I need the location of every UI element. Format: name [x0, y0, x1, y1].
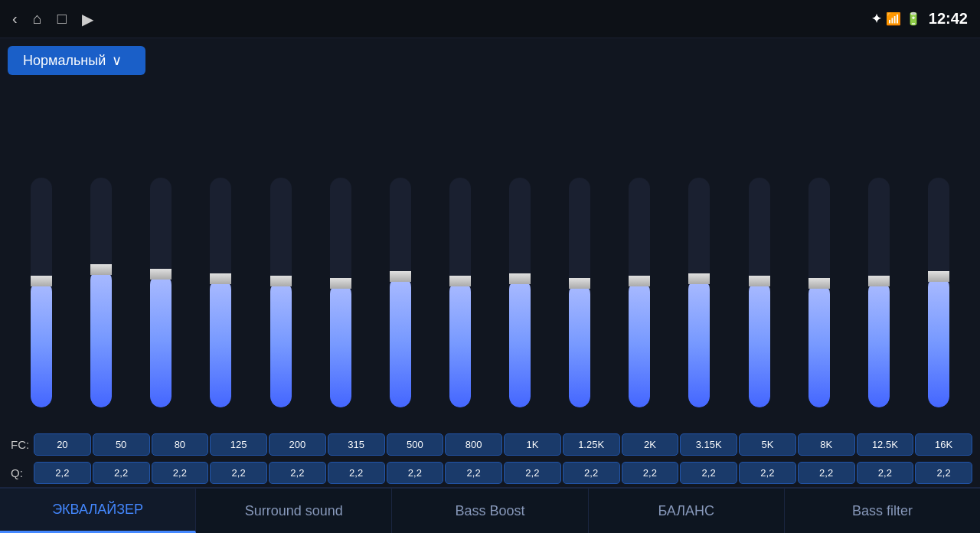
preset-dropdown-arrow: ∨ — [112, 52, 122, 69]
slider-thumb-3.15K[interactable] — [688, 273, 710, 284]
slider-band-200[interactable] — [251, 178, 311, 430]
slider-thumb-200[interactable] — [270, 276, 292, 286]
fc-btn-12.5K[interactable]: 12.5K — [857, 433, 914, 456]
tab-surround-sound[interactable]: Surround sound — [196, 489, 392, 533]
slider-band-16K[interactable] — [909, 178, 969, 430]
fc-btn-125[interactable]: 125 — [210, 433, 267, 456]
status-bar: ‹ ⌂ □ ▶ ✦ 📶 🔋 12:42 — [0, 0, 980, 38]
q-btn-3.15K[interactable]: 2,2 — [680, 462, 737, 484]
q-btn-500[interactable]: 2,2 — [387, 462, 444, 484]
slider-band-1.25K[interactable] — [550, 178, 609, 430]
slider-track-16K — [928, 178, 949, 407]
preset-label: Нормальный — [23, 53, 106, 69]
slider-thumb-80[interactable] — [150, 269, 172, 280]
q-row: Q: 2,22,22,22,22,22,22,22,22,22,22,22,22… — [8, 459, 972, 487]
tab-bass-filter[interactable]: Bass filter — [785, 489, 980, 533]
fc-btn-5K[interactable]: 5K — [739, 433, 796, 456]
bottom-tabs: ЭКВАЛАЙЗЕРSurround soundBass BoostБАЛАНС… — [0, 487, 980, 533]
slider-track-1.25K — [569, 178, 590, 407]
slider-thumb-1.25K[interactable] — [569, 278, 590, 289]
q-btn-50[interactable]: 2,2 — [93, 462, 150, 484]
q-btn-125[interactable]: 2,2 — [210, 462, 267, 484]
slider-band-1K[interactable] — [490, 178, 550, 430]
fc-btn-80[interactable]: 80 — [152, 433, 209, 456]
fc-btn-1K[interactable]: 1K — [504, 433, 561, 456]
q-btn-200[interactable]: 2,2 — [269, 462, 326, 484]
q-btn-800[interactable]: 2,2 — [445, 462, 502, 484]
play-icon[interactable]: ▶ — [82, 10, 93, 28]
fc-btn-50[interactable]: 50 — [93, 433, 150, 456]
q-btn-315[interactable]: 2,2 — [328, 462, 385, 484]
slider-thumb-12.5K[interactable] — [868, 276, 890, 286]
slider-band-800[interactable] — [430, 178, 490, 430]
q-btn-16K[interactable]: 2,2 — [915, 462, 972, 484]
clock: 12:42 — [929, 10, 968, 28]
slider-track-80 — [150, 178, 172, 407]
main-content: Нормальный ∨ — [0, 38, 980, 487]
slider-band-5K[interactable] — [730, 178, 789, 430]
tab-эквалайзер[interactable]: ЭКВАЛАЙЗЕР — [0, 489, 196, 533]
fc-btn-200[interactable]: 200 — [269, 433, 326, 456]
slider-track-3.15K — [688, 178, 710, 407]
slider-thumb-50[interactable] — [90, 264, 112, 275]
slider-track-500 — [390, 178, 411, 407]
slider-thumb-125[interactable] — [210, 273, 231, 284]
slider-band-20[interactable] — [11, 178, 71, 430]
fc-btn-16K[interactable]: 16K — [915, 433, 972, 456]
back-icon[interactable]: ‹ — [12, 10, 18, 28]
fc-btn-500[interactable]: 500 — [387, 433, 444, 456]
slider-band-3.15K[interactable] — [669, 178, 729, 430]
fc-btn-8K[interactable]: 8K — [798, 433, 855, 456]
slider-band-80[interactable] — [131, 178, 191, 430]
q-btn-1K[interactable]: 2,2 — [504, 462, 561, 484]
slider-thumb-1K[interactable] — [509, 273, 531, 284]
nav-icons: ‹ ⌂ □ ▶ — [12, 10, 93, 28]
slider-band-50[interactable] — [71, 178, 131, 430]
slider-band-500[interactable] — [371, 178, 430, 430]
slider-fill-8K — [808, 283, 830, 407]
status-icons: ✦ 📶 🔋 — [871, 11, 921, 26]
q-btn-2K[interactable]: 2,2 — [622, 462, 679, 484]
slider-fill-1.25K — [569, 283, 590, 407]
preset-button[interactable]: Нормальный ∨ — [8, 46, 145, 75]
slider-thumb-315[interactable] — [330, 278, 351, 289]
slider-fill-5K — [749, 281, 770, 407]
q-btn-80[interactable]: 2,2 — [152, 462, 209, 484]
eq-area: FC: 2050801252003155008001K1.25K2K3.15K5… — [8, 81, 972, 487]
slider-band-125[interactable] — [191, 178, 250, 430]
tab-bass-boost[interactable]: Bass Boost — [392, 489, 588, 533]
fc-row: FC: 2050801252003155008001K1.25K2K3.15K5… — [8, 430, 972, 459]
fc-buttons: 2050801252003155008001K1.25K2K3.15K5K8K1… — [34, 433, 972, 456]
fc-btn-315[interactable]: 315 — [328, 433, 385, 456]
slider-thumb-2K[interactable] — [629, 276, 650, 286]
slider-thumb-500[interactable] — [390, 271, 411, 282]
slider-thumb-5K[interactable] — [749, 276, 770, 286]
q-btn-1.25K[interactable]: 2,2 — [563, 462, 620, 484]
slider-band-8K[interactable] — [789, 178, 849, 430]
slider-track-1K — [509, 178, 531, 407]
slider-band-12.5K[interactable] — [849, 178, 909, 430]
fc-btn-800[interactable]: 800 — [445, 433, 502, 456]
slider-fill-20 — [31, 281, 52, 407]
slider-thumb-800[interactable] — [449, 276, 471, 286]
tab-баланс[interactable]: БАЛАНС — [589, 489, 785, 533]
slider-thumb-16K[interactable] — [928, 271, 949, 282]
fc-btn-1.25K[interactable]: 1.25K — [563, 433, 620, 456]
q-btn-12.5K[interactable]: 2,2 — [857, 462, 914, 484]
fc-btn-20[interactable]: 20 — [34, 433, 91, 456]
fc-btn-3.15K[interactable]: 3.15K — [680, 433, 737, 456]
slider-track-2K — [629, 178, 650, 407]
home-icon[interactable]: ⌂ — [33, 10, 42, 28]
fc-btn-2K[interactable]: 2K — [622, 433, 679, 456]
q-btn-5K[interactable]: 2,2 — [739, 462, 796, 484]
status-right: ✦ 📶 🔋 12:42 — [871, 10, 968, 28]
q-btn-8K[interactable]: 2,2 — [798, 462, 855, 484]
slider-band-2K[interactable] — [609, 178, 669, 430]
slider-thumb-20[interactable] — [31, 276, 52, 286]
window-icon[interactable]: □ — [57, 10, 67, 28]
slider-fill-315 — [330, 283, 351, 407]
slider-fill-12.5K — [868, 281, 890, 407]
slider-band-315[interactable] — [311, 178, 371, 430]
q-btn-20[interactable]: 2,2 — [34, 462, 91, 484]
slider-thumb-8K[interactable] — [808, 278, 830, 289]
